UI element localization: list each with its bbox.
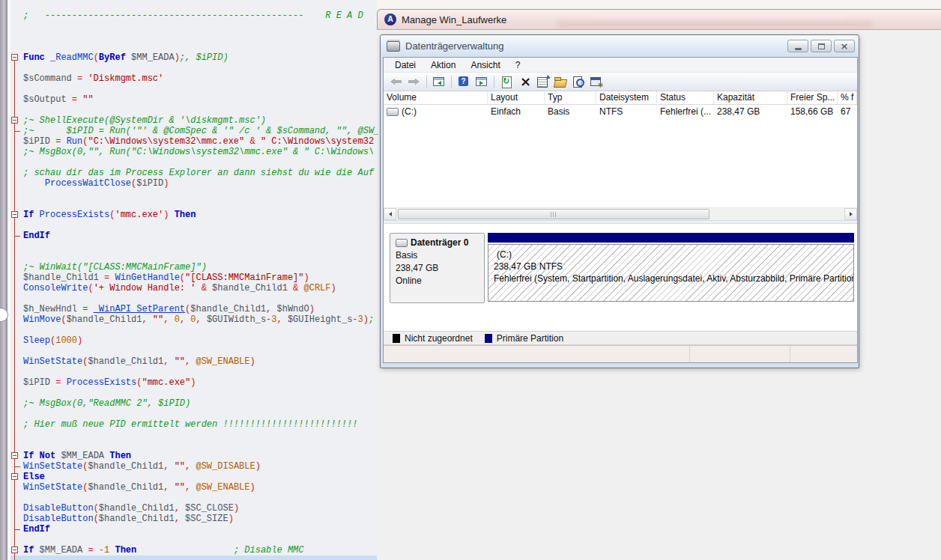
code-line[interactable]: WinSetState($handle_Child1, "", @SW_ENAB…	[23, 482, 378, 493]
find-icon[interactable]	[572, 76, 585, 88]
code-line[interactable]	[23, 430, 378, 440]
column-header[interactable]: Kapazität	[714, 91, 787, 104]
column-header[interactable]: Volume	[384, 91, 488, 104]
code-line[interactable]	[23, 325, 378, 335]
column-header[interactable]: Freier Sp...	[787, 91, 838, 104]
code-line[interactable]: ConsoleWrite('+ Window Handle: ' & $hand…	[23, 283, 378, 293]
help-icon[interactable]	[457, 76, 470, 88]
code-line[interactable]: Else	[23, 472, 378, 482]
code-line[interactable]	[23, 241, 378, 252]
column-header[interactable]: Typ	[545, 91, 596, 104]
menu-ansicht[interactable]: Ansicht	[463, 58, 507, 72]
fold-collapse-marker[interactable]	[11, 54, 18, 61]
code-line[interactable]: $sOutput = ""	[23, 94, 378, 105]
code-line[interactable]: ; --------------------------------------…	[23, 10, 378, 21]
code-line[interactable]: $iPID = Run("C:\Windows\system32\mmc.exe…	[23, 136, 378, 147]
code-line[interactable]	[23, 42, 378, 52]
code-line[interactable]: EndIf	[23, 524, 378, 535]
code-line[interactable]	[23, 157, 378, 168]
scroll-left-button[interactable]	[384, 208, 396, 220]
menu-aktion[interactable]: Aktion	[423, 58, 463, 72]
menu-datei[interactable]: Datei	[387, 58, 423, 72]
action-pane-icon[interactable]	[475, 76, 488, 88]
code-line[interactable]	[23, 367, 378, 377]
code-line[interactable]: $sCommand = 'Diskmgmt.msc'	[23, 73, 378, 84]
column-header[interactable]: % f	[838, 91, 857, 104]
fold-collapse-marker[interactable]	[11, 452, 18, 459]
code-line[interactable]: If $MM_EADA = -1 Then ; Disable MMC	[23, 545, 378, 556]
horizontal-scrollbar[interactable]	[384, 207, 857, 220]
outer-window-titlebar[interactable]: Manage Win_Laufwerke	[377, 9, 941, 30]
forward-icon[interactable]	[408, 76, 421, 88]
code-line[interactable]	[23, 493, 378, 503]
code-editor[interactable]: ; --------------------------------------…	[0, 0, 378, 560]
code-line[interactable]: DisableButton($handle_Child1, $SC_SIZE)	[23, 514, 378, 524]
code-line[interactable]: ;~ WinWait("[CLASS:MMCMainFrame]")	[23, 262, 378, 273]
console-tree-icon[interactable]	[432, 76, 446, 88]
code-line[interactable]: ; schau dir das im Process Explorer an d…	[23, 168, 378, 178]
table-cell: (C:)	[384, 106, 488, 117]
code-line[interactable]	[23, 189, 378, 199]
code-line[interactable]: ;~ MsgBox(0,"ReadMMC 2", $iPID)	[23, 398, 378, 409]
minimize-button[interactable]	[787, 40, 808, 52]
code-line[interactable]	[23, 440, 378, 451]
refresh-icon[interactable]	[500, 76, 513, 88]
delete-icon[interactable]	[518, 76, 531, 88]
code-line[interactable]	[23, 409, 378, 419]
code-line[interactable]	[23, 84, 378, 94]
fold-collapse-marker[interactable]	[11, 211, 18, 218]
code-line[interactable]	[23, 346, 378, 356]
volume-table-body[interactable]: (C:)EinfachBasisNTFSFehlerfrei (...238,4…	[384, 105, 857, 207]
scroll-right-button[interactable]	[844, 208, 857, 220]
code-line[interactable]: WinSetState($handle_Child1, "", @SW_ENAB…	[23, 356, 378, 367]
code-line[interactable]: Sleep(1000)	[23, 335, 378, 346]
disk-info-panel[interactable]: Datenträger 0 Basis 238,47 GB Online	[390, 233, 485, 303]
code-line[interactable]: ;~ ShellExecute(@SystemDir & '\diskmgmt.…	[23, 115, 378, 126]
scrollbar-thumb[interactable]	[398, 209, 709, 219]
manage-icon[interactable]	[590, 76, 603, 88]
code-line[interactable]	[23, 388, 378, 398]
fold-collapse-marker[interactable]	[11, 473, 18, 480]
code-line[interactable]	[23, 63, 378, 73]
code-line[interactable]: Func _ReadMMC(ByRef $MM_EADA);, $iPID)	[23, 52, 378, 63]
fold-collapse-marker[interactable]	[11, 547, 18, 553]
open-icon[interactable]	[554, 76, 567, 88]
code-line[interactable]: If Not $MM_EADA Then	[23, 451, 378, 461]
code-line[interactable]: $iPID = ProcessExists("mmc.exe")	[23, 377, 378, 388]
column-header[interactable]: Layout	[488, 91, 545, 104]
code-line[interactable]	[23, 31, 378, 42]
code-line[interactable]: WinMove($handle_Child1, "", 0, 0, $GUIWi…	[23, 314, 378, 325]
fold-margin[interactable]	[0, 0, 22, 560]
code-line[interactable]	[23, 535, 378, 545]
code-line[interactable]: DisableButton($handle_Child1, $SC_CLOSE)	[23, 503, 378, 514]
code-line[interactable]	[23, 105, 378, 115]
back-icon[interactable]	[390, 76, 403, 88]
code-line[interactable]: WinSetState($handle_Child1, "", @SW_DISA…	[23, 461, 378, 472]
code-line[interactable]: ;~ MsgBox(0,"", Run("C:\Windows\system32…	[23, 147, 378, 157]
partition-c[interactable]: (C:) 238,47 GB NTFS Fehlerfrei (System, …	[488, 233, 854, 303]
code-line[interactable]	[23, 293, 378, 304]
close-button[interactable]: ×	[834, 40, 855, 52]
code-line[interactable]: ProcessWaitClose($iPID)	[23, 178, 378, 189]
code-line[interactable]	[23, 21, 378, 31]
code-line[interactable]: ;~ $iPID = Run('"' & @ComSpec & '" /c ' …	[23, 126, 378, 136]
mmc-titlebar[interactable]: Datenträgerverwaltung ×	[381, 35, 859, 56]
code-line[interactable]: $h_NewHndl = _WinAPI_SetParent($handle_C…	[23, 304, 378, 314]
code-line[interactable]	[23, 220, 378, 231]
column-header[interactable]: Dateisystem	[596, 91, 657, 104]
code-lines[interactable]: ; --------------------------------------…	[23, 10, 378, 556]
code-line[interactable]: If ProcessExists('mmc.exe') Then	[23, 210, 378, 220]
maximize-button[interactable]	[811, 40, 832, 52]
partition-selected-area[interactable]: (C:) 238,47 GB NTFS Fehlerfrei (System, …	[488, 244, 854, 302]
table-row[interactable]: (C:)EinfachBasisNTFSFehlerfrei (...238,4…	[384, 105, 857, 118]
code-line[interactable]	[23, 199, 378, 210]
code-line[interactable]	[23, 252, 378, 262]
menu-?[interactable]: ?	[508, 58, 528, 72]
column-header[interactable]: Status	[657, 91, 714, 104]
partition-size: 238,47 GB NTFS	[494, 261, 853, 273]
code-line[interactable]: $handle_Child1 = WinGetHandle("[CLASS:MM…	[23, 273, 378, 283]
fold-collapse-marker[interactable]	[11, 117, 18, 124]
code-line[interactable]: ; Hier muß neue PID ermittelt werden !!!…	[23, 419, 378, 430]
code-line[interactable]: EndIf	[23, 231, 378, 241]
properties-icon[interactable]	[536, 76, 549, 88]
